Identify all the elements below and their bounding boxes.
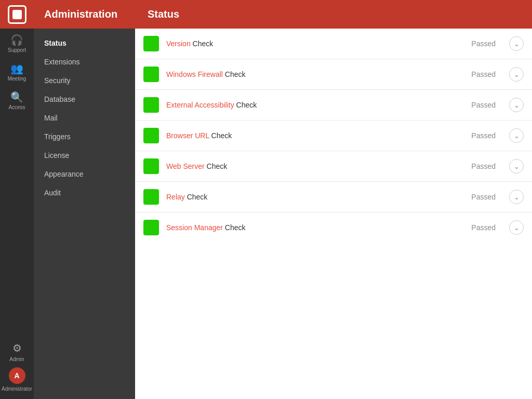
status-label: External Accessibility Check <box>166 101 464 109</box>
gear-icon: ⚙ <box>12 342 22 354</box>
status-indicator <box>143 220 159 235</box>
app-logo[interactable] <box>0 0 34 29</box>
status-list: Version CheckPassed⌄Windows Firewall Che… <box>135 29 532 399</box>
status-row: Windows Firewall CheckPassed⌄ <box>135 59 532 90</box>
status-label: Browser URL Check <box>166 131 464 140</box>
status-value: Passed <box>471 162 496 170</box>
expand-chevron-button[interactable]: ⌄ <box>509 128 524 143</box>
sidebar-item-triggers[interactable]: Triggers <box>34 127 135 146</box>
nav-access[interactable]: 🔍 Access <box>0 86 34 114</box>
support-icon: 🎧 <box>10 35 23 45</box>
status-value: Passed <box>471 223 496 232</box>
expand-chevron-button[interactable]: ⌄ <box>509 67 524 82</box>
expand-chevron-button[interactable]: ⌄ <box>509 36 524 51</box>
sidebar-item-status[interactable]: Status <box>34 34 135 52</box>
status-value: Passed <box>471 193 496 201</box>
status-value: Passed <box>471 131 496 140</box>
status-indicator <box>143 189 159 205</box>
nav-meeting-label: Meeting <box>8 76 26 82</box>
sidebar-menu: Status Extensions Security Database Mail… <box>34 29 135 202</box>
access-icon: 🔍 <box>10 92 23 102</box>
status-label: Web Server Check <box>166 162 464 170</box>
status-value: Passed <box>471 101 496 109</box>
main-header: Status <box>135 0 532 29</box>
status-indicator <box>143 158 159 174</box>
logo-box <box>8 5 26 24</box>
sidebar-item-extensions[interactable]: Extensions <box>34 52 135 71</box>
status-check-link[interactable]: Web Server <box>166 162 205 170</box>
status-label: Session Manager Check <box>166 223 464 232</box>
sidebar-item-database[interactable]: Database <box>34 90 135 109</box>
status-label: Windows Firewall Check <box>166 70 464 78</box>
admin-gear-button[interactable]: ⚙ Admin <box>0 337 34 365</box>
user-avatar[interactable]: A <box>9 367 25 384</box>
status-check-link[interactable]: Browser URL <box>166 131 209 140</box>
sidebar: Administration Status Extensions Securit… <box>34 0 135 399</box>
expand-chevron-button[interactable]: ⌄ <box>509 190 524 204</box>
status-row: Relay CheckPassed⌄ <box>135 182 532 212</box>
status-label: Version Check <box>166 39 464 48</box>
avatar-letter: A <box>14 371 19 380</box>
status-check-link[interactable]: Relay <box>166 193 185 201</box>
status-check-link[interactable]: External Accessibility <box>166 101 234 109</box>
status-indicator <box>143 97 159 113</box>
status-value: Passed <box>471 39 496 48</box>
status-row: Browser URL CheckPassed⌄ <box>135 121 532 151</box>
status-check-link[interactable]: Windows Firewall <box>166 70 223 78</box>
expand-chevron-button[interactable]: ⌄ <box>509 159 524 174</box>
nav-support[interactable]: 🎧 Support <box>0 29 34 57</box>
administrator-label: Administrator <box>2 386 32 394</box>
sidebar-item-audit[interactable]: Audit <box>34 183 135 202</box>
expand-chevron-button[interactable]: ⌄ <box>509 98 524 112</box>
nav-support-label: Support <box>8 47 26 53</box>
logo-inner <box>12 10 22 19</box>
status-indicator <box>143 66 159 82</box>
status-check-link[interactable]: Version <box>166 39 191 48</box>
status-row: Web Server CheckPassed⌄ <box>135 151 532 182</box>
sidebar-item-appearance[interactable]: Appearance <box>34 165 135 183</box>
status-indicator <box>143 128 159 143</box>
admin-label: Admin <box>9 356 24 362</box>
status-indicator <box>143 36 159 51</box>
nav-meeting[interactable]: 👥 Meeting <box>0 57 34 86</box>
status-label: Relay Check <box>166 193 464 201</box>
sidebar-item-license[interactable]: License <box>34 146 135 165</box>
sidebar-item-security[interactable]: Security <box>34 71 135 90</box>
status-row: Version CheckPassed⌄ <box>135 29 532 59</box>
sidebar-item-mail[interactable]: Mail <box>34 109 135 127</box>
main-content-area: Status Version CheckPassed⌄Windows Firew… <box>135 0 532 399</box>
status-value: Passed <box>471 70 496 78</box>
sidebar-title: Administration <box>34 0 135 29</box>
status-row: Session Manager CheckPassed⌄ <box>135 212 532 243</box>
meeting-icon: 👥 <box>10 63 23 74</box>
status-check-link[interactable]: Session Manager <box>166 223 223 232</box>
icon-nav-bottom: ⚙ Admin A Administrator <box>0 337 34 399</box>
nav-access-label: Access <box>8 104 25 110</box>
icon-nav: 🎧 Support 👥 Meeting 🔍 Access ⚙ Admin A A… <box>0 0 34 399</box>
status-row: External Accessibility CheckPassed⌄ <box>135 90 532 121</box>
expand-chevron-button[interactable]: ⌄ <box>509 220 524 235</box>
